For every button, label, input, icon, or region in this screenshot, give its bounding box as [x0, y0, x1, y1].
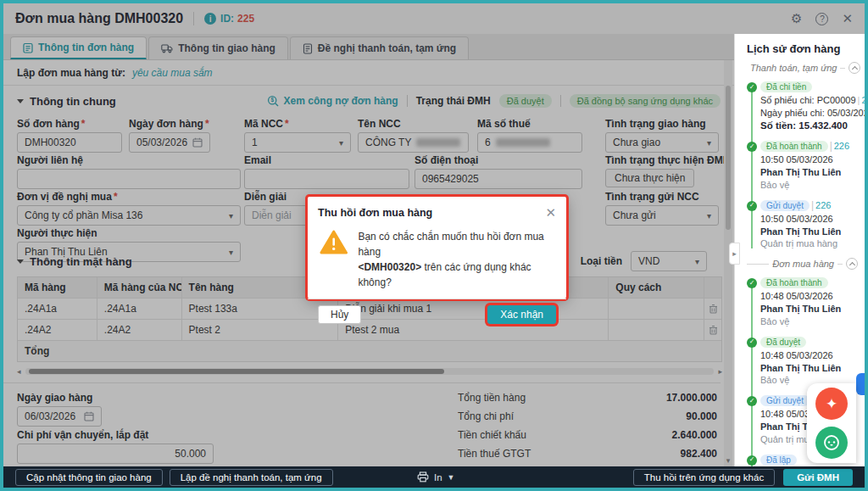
chat-bot-button[interactable]: [815, 427, 848, 459]
recall-confirm-modal: Thu hồi đơn mua hàng ✕ Bạn có chắc chắn …: [308, 197, 566, 299]
close-icon[interactable]: ✕: [842, 11, 853, 26]
scrollbar-thumb[interactable]: [29, 369, 444, 374]
check-icon: ✓: [747, 82, 757, 92]
origin-label: Lập đơn mua hàng từ:: [17, 67, 125, 79]
cancel-button[interactable]: Hủy: [318, 305, 361, 324]
history-badge: Đã lập: [760, 455, 797, 466]
history-title: Lịch sử đơn hàng: [747, 42, 858, 55]
app-window: Đơn mua hàng DMH00320 i ID: 225 ⚙ ? ✕ Th…: [0, 0, 868, 491]
title-bar: Đơn mua hàng DMH00320 i ID: 225 ⚙ ? ✕: [3, 3, 865, 34]
email-input[interactable]: [244, 169, 409, 189]
page-title: Đơn mua hàng DMH00320: [15, 11, 183, 26]
scrollbar-thumb[interactable]: [726, 86, 731, 230]
ai-sparkle-button[interactable]: ✦: [815, 388, 848, 420]
total-row: Tổng tiền hàng17.000.000: [458, 388, 717, 407]
phone-input[interactable]: 0965429025: [415, 169, 582, 189]
update-delivery-button[interactable]: Cập nhật thông tin giao hàng: [15, 469, 163, 486]
close-icon[interactable]: ✕: [545, 205, 556, 220]
recall-other-apps-button[interactable]: Thu hồi trên ứng dụng khác: [633, 469, 775, 486]
origin-row: Lập đơn mua hàng từ: yêu cầu mua sắm: [3, 60, 734, 86]
history-entry: Đã chi tiền ✓Số phiếu chi: PC00009|226 N…: [760, 81, 858, 132]
check-icon: ✓: [747, 455, 757, 466]
general-section-header: Thông tin chung $ Xem công nợ đơn hàng T…: [3, 86, 734, 113]
check-icon: ✓: [747, 278, 757, 288]
print-button[interactable]: In ▼: [417, 471, 455, 483]
execution-status-chip: Chưa thực hiện: [605, 169, 694, 187]
currency-select[interactable]: VND▾: [631, 251, 707, 271]
col-header[interactable]: Mã hàng của NCC: [97, 277, 182, 298]
delivery-status-select[interactable]: Chưa giao▾: [605, 132, 719, 153]
record-link[interactable]: 226: [834, 141, 849, 151]
divider: [407, 95, 408, 107]
field-label: Tình trạng thực hiện ĐMH: [605, 154, 719, 166]
create-payment-request-button[interactable]: Lập đề nghị thanh toán, tạm ứng: [170, 469, 333, 486]
history-badge: Đã duyệt: [760, 337, 806, 348]
bottom-action-bar: Cập nhật thông tin giao hàng Lập đề nghị…: [3, 466, 865, 488]
record-link[interactable]: 226: [861, 95, 865, 105]
order-number-input[interactable]: DMH00320: [17, 132, 122, 153]
calendar-icon[interactable]: [192, 137, 203, 148]
status-badge-approved: Đã duyệt: [499, 94, 552, 108]
scroll-left-icon[interactable]: ◂: [17, 367, 25, 376]
id-label: ID:: [220, 13, 234, 25]
feedback-tab[interactable]: [856, 373, 866, 395]
order-date-input[interactable]: 05/03/2026: [129, 132, 210, 153]
send-order-button[interactable]: Gửi ĐMH: [783, 469, 853, 486]
tab-label: Thông tin giao hàng: [178, 42, 275, 54]
tab-label: Đề nghị thanh toán, tạm ứng: [318, 42, 456, 54]
scroll-down-icon[interactable]: ▾: [724, 456, 732, 465]
collapse-group-icon[interactable]: [846, 258, 858, 270]
trash-icon[interactable]: [709, 304, 718, 314]
requesting-unit-select[interactable]: Công ty cổ phần Misa 136▾: [17, 205, 241, 226]
collapse-group-icon[interactable]: [849, 62, 860, 74]
help-icon[interactable]: ?: [815, 13, 828, 25]
tab-order-info[interactable]: Thông tin đơn hàng: [10, 36, 147, 59]
tab-delivery-info[interactable]: Thông tin giao hàng: [148, 36, 288, 59]
svg-text:$: $: [270, 97, 274, 103]
gear-icon[interactable]: ⚙: [791, 11, 802, 26]
check-icon: ✓: [747, 396, 757, 406]
col-header-actions: [704, 277, 721, 298]
collapse-caret-icon[interactable]: [17, 99, 24, 103]
record-link[interactable]: 226: [815, 200, 831, 210]
divider: [560, 95, 561, 107]
field-label: Mã NCC*: [244, 118, 351, 130]
currency-label: Loại tiền: [581, 255, 622, 267]
history-group-order: Đơn mua hàng: [747, 258, 858, 270]
history-badge: Gửi duyệt: [760, 200, 810, 211]
origin-link[interactable]: yêu cầu mua sắm: [132, 67, 213, 79]
chevron-down-icon[interactable]: ▼: [448, 473, 455, 482]
supplier-code-select[interactable]: 1▾: [244, 132, 351, 153]
history-entry: Đã hoàn thành ✓10:48 05/03/2026 Phan Thị…: [760, 276, 858, 328]
tab-payment-request[interactable]: Đề nghị thanh toán, tạm ứng: [290, 36, 469, 59]
scroll-right-icon[interactable]: ▸: [714, 367, 722, 376]
supplier-name-input[interactable]: CÔNG TY: [358, 132, 469, 153]
send-supplier-status-select[interactable]: Chưa gửi▾: [605, 205, 719, 226]
field-label: Tình trạng giao hàng: [605, 118, 719, 130]
contact-person-input[interactable]: [17, 169, 241, 189]
history-entry: Đã hoàn thành|226 ✓10:50 05/03/2026 Phan…: [760, 140, 858, 192]
history-entry: Đã duyệt ✓10:48 05/03/2026 Phan Thị Thu …: [760, 336, 858, 388]
col-header[interactable]: Quy cách: [609, 277, 704, 298]
field-label: Người thực hiện: [17, 227, 241, 239]
shipping-cost-input[interactable]: 50.000: [17, 444, 214, 464]
confirm-button[interactable]: Xác nhận: [487, 305, 556, 324]
tax-code-input[interactable]: 6: [477, 132, 582, 153]
total-row: Tổng chi phí90.000: [458, 407, 717, 426]
collapse-caret-icon[interactable]: [17, 259, 24, 264]
status-badge-synced: Đã đồng bộ sang ứng dụng khác: [570, 94, 721, 108]
document-icon: [303, 43, 313, 54]
sidebar-collapse-handle[interactable]: ▸: [729, 243, 740, 265]
field-label: Số đơn hàng*: [17, 118, 122, 130]
view-debt-link[interactable]: $ Xem công nợ đơn hàng: [267, 95, 398, 108]
field-label: Mã số thuế: [477, 118, 582, 130]
delivery-date-input[interactable]: 06/03/2026: [17, 406, 102, 427]
col-header[interactable]: Mã hàng: [18, 277, 97, 298]
total-row: Tiền chiết khấu2.640.000: [458, 426, 717, 444]
horizontal-scrollbar[interactable]: ◂ ▸: [17, 367, 722, 376]
section-title: Thông tin mặt hàng: [30, 255, 132, 268]
calendar-icon[interactable]: [84, 411, 94, 421]
history-badge: Đã hoàn thành: [760, 141, 828, 152]
history-entry: Gửi duyệt|226 ✓10:50 05/03/2026 Phan Thị…: [760, 199, 858, 251]
trash-icon[interactable]: [709, 325, 718, 335]
